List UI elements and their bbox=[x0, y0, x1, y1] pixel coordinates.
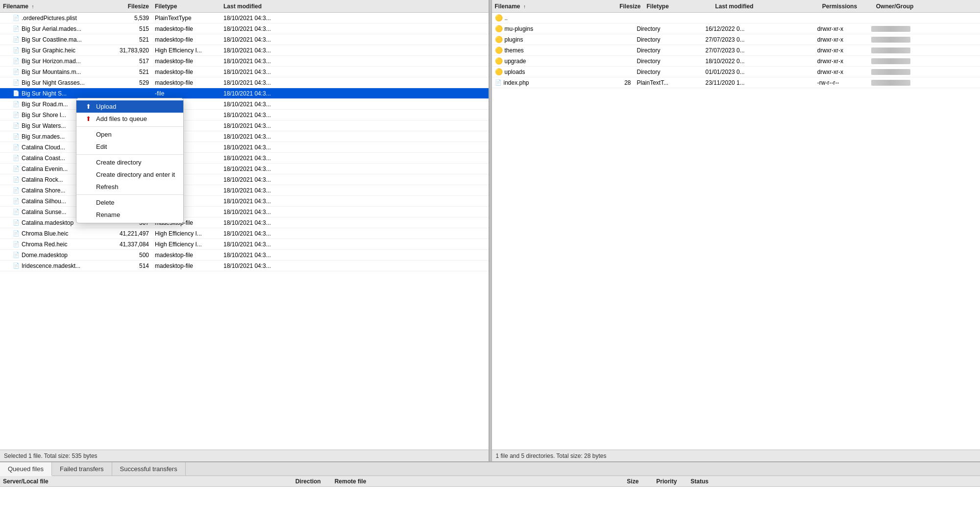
file-owner-cell bbox=[868, 47, 980, 54]
file-type-icon: 📄 bbox=[13, 25, 20, 32]
context-menu-item[interactable]: Rename bbox=[76, 209, 183, 221]
list-item[interactable]: 📄index.php28PlainTextT...23/11/2020 1...… bbox=[492, 77, 980, 88]
file-size-cell: 5,539 bbox=[108, 14, 152, 22]
list-item[interactable]: 📄Chroma Blue.heic41,221,497High Efficien… bbox=[0, 228, 489, 239]
right-col-owner[interactable]: Owner/Group bbox=[873, 2, 980, 11]
file-modified-cell: 18/10/2022 0... bbox=[703, 57, 814, 65]
list-item[interactable]: 📄Catalina Sunse...-p-file18/10/2021 04:3… bbox=[0, 207, 489, 217]
blurred-owner bbox=[871, 58, 910, 64]
transfer-tab[interactable]: Queued files bbox=[0, 462, 52, 476]
list-item[interactable]: 🟡themesDirectory27/07/2023 0...drwxr-xr-… bbox=[492, 45, 980, 56]
file-type-icon: 📄 bbox=[13, 252, 20, 258]
left-pane-header: Filename ↑ Filesize Filetype Last modifi… bbox=[0, 0, 489, 13]
file-type-icon: 📄 bbox=[13, 101, 20, 107]
file-type-icon: 📄 bbox=[13, 230, 20, 237]
file-name-cell: 🟡mu-plugins bbox=[492, 24, 590, 33]
list-item[interactable]: 📄Big Sur.mades...-p-file18/10/2021 04:3.… bbox=[0, 131, 489, 142]
left-col-filename[interactable]: Filename ↑ bbox=[0, 2, 108, 11]
list-item[interactable]: 📄Catalina Rock...-p-file18/10/2021 04:3.… bbox=[0, 174, 489, 185]
list-item[interactable]: 🟡upgradeDirectory18/10/2022 0...drwxr-xr… bbox=[492, 56, 980, 67]
file-modified-cell: 18/10/2021 04:3... bbox=[220, 219, 489, 227]
list-item[interactable]: 📄Big Sur Night Grasses...529madesktop-fi… bbox=[0, 77, 489, 88]
transfer-col-server: Server/Local file bbox=[0, 477, 293, 486]
menu-item-icon: ⬆ bbox=[84, 103, 92, 110]
list-item[interactable]: 📄Catalina Silhou...-p-file18/10/2021 04:… bbox=[0, 196, 489, 207]
file-permissions-cell: drwxr-xr-x bbox=[814, 47, 868, 54]
list-item[interactable]: 📄Big Sur Aerial.mades...515madesktop-fil… bbox=[0, 24, 489, 34]
transfer-area: Queued filesFailed transfersSuccessful t… bbox=[0, 461, 980, 525]
list-item[interactable]: 📄Big Sur Graphic.heic31,783,920High Effi… bbox=[0, 45, 489, 56]
list-item[interactable]: 📄Iridescence.madeskt...514madesktop-file… bbox=[0, 261, 489, 271]
left-pane-body[interactable]: 📄.orderedPictures.plist5,539PlainTextTyp… bbox=[0, 13, 489, 450]
list-item[interactable]: 📄Catalina Shore...-p-file18/10/2021 04:3… bbox=[0, 185, 489, 196]
file-modified-cell: 18/10/2021 04:3... bbox=[220, 122, 489, 130]
transfer-tab[interactable]: Successful transfers bbox=[112, 462, 186, 476]
right-col-permissions[interactable]: Permissions bbox=[819, 2, 873, 11]
context-menu-item[interactable]: Delete bbox=[76, 196, 183, 209]
file-size-cell bbox=[590, 18, 634, 19]
left-col-filetype[interactable]: Filetype bbox=[152, 2, 220, 11]
file-type-icon: 📄 bbox=[13, 47, 20, 53]
menu-item-label: Create directory bbox=[96, 159, 141, 166]
file-modified-cell: 18/10/2021 04:3... bbox=[220, 57, 489, 65]
list-item[interactable]: 📄Big Sur Mountains.m...521madesktop-file… bbox=[0, 67, 489, 77]
context-menu-item[interactable]: Refresh bbox=[76, 181, 183, 193]
context-menu-item[interactable]: Create directory and enter it bbox=[76, 168, 183, 181]
right-col-filename[interactable]: Filename ↑ bbox=[492, 2, 600, 11]
file-modified-cell: 18/10/2021 04:3... bbox=[220, 133, 489, 141]
left-col-lastmod[interactable]: Last modified bbox=[220, 2, 489, 11]
blurred-owner bbox=[871, 69, 910, 75]
list-item[interactable]: 🟡.. bbox=[492, 13, 980, 24]
folder-icon: 🟡 bbox=[495, 57, 503, 65]
list-item[interactable]: 📄Catalina Cloud...-p-file18/10/2021 04:3… bbox=[0, 142, 489, 153]
file-type-icon: 📄 bbox=[13, 176, 20, 183]
list-item[interactable]: 📄Big Sur Coastline.ma...521madesktop-fil… bbox=[0, 34, 489, 45]
file-size-cell: 515 bbox=[108, 25, 152, 33]
right-col-lastmod[interactable]: Last modified bbox=[712, 2, 819, 11]
transfer-columns: Server/Local file Direction Remote file … bbox=[0, 476, 980, 487]
transfer-tabs: Queued filesFailed transfersSuccessful t… bbox=[0, 462, 980, 476]
list-item[interactable]: 📄Catalina Coast...-p-file18/10/2021 04:3… bbox=[0, 153, 489, 164]
file-type-cell: madesktop-file bbox=[152, 262, 220, 270]
context-menu-item[interactable]: Open bbox=[76, 128, 183, 141]
file-modified-cell: 18/10/2021 04:3... bbox=[220, 111, 489, 119]
list-item[interactable]: 📄.orderedPictures.plist5,539PlainTextTyp… bbox=[0, 13, 489, 24]
context-menu-item[interactable]: Edit bbox=[76, 141, 183, 153]
file-permissions-cell: drwxr-xr-x bbox=[814, 36, 868, 44]
file-modified-cell: 18/10/2021 04:3... bbox=[220, 187, 489, 194]
file-size-cell: 28 bbox=[590, 79, 634, 87]
right-col-filesize[interactable]: Filesize bbox=[600, 2, 644, 11]
list-item[interactable]: 📄Big Sur Night S...-file18/10/2021 04:3.… bbox=[0, 88, 489, 99]
context-menu-separator bbox=[76, 154, 183, 155]
transfer-tab[interactable]: Failed transfers bbox=[52, 462, 112, 476]
file-type-icon: 📄 bbox=[13, 209, 20, 215]
list-item[interactable]: 📄Big Sur Road.m...-p-file18/10/2021 04:3… bbox=[0, 99, 489, 110]
list-item[interactable]: 📄Big Sur Horizon.mad...517madesktop-file… bbox=[0, 56, 489, 67]
file-permissions-cell: -rw-r--r-- bbox=[814, 79, 868, 87]
right-pane-body[interactable]: 🟡..🟡mu-pluginsDirectory16/12/2022 0...dr… bbox=[492, 13, 980, 450]
list-item[interactable]: 📄Big Sur Shore l...-p-file18/10/2021 04:… bbox=[0, 110, 489, 120]
list-item[interactable]: 📄Chroma Red.heic41,337,084High Efficienc… bbox=[0, 239, 489, 250]
context-menu-item[interactable]: Create directory bbox=[76, 156, 183, 168]
file-type-cell: madesktop-file bbox=[152, 57, 220, 65]
file-size-cell: 514 bbox=[108, 262, 152, 270]
file-permissions-cell: drwxr-xr-x bbox=[814, 68, 868, 76]
blurred-owner bbox=[871, 48, 910, 53]
context-menu-item[interactable]: ⬆Add files to queue bbox=[76, 113, 183, 125]
list-item[interactable]: 📄Big Sur Waters...-p-file18/10/2021 04:3… bbox=[0, 120, 489, 131]
file-modified-cell: 18/10/2021 04:3... bbox=[220, 208, 489, 216]
main-container: Filename ↑ Filesize Filetype Last modifi… bbox=[0, 0, 980, 525]
transfer-col-direction: Direction bbox=[293, 477, 332, 486]
list-item[interactable]: 🟡uploadsDirectory01/01/2023 0...drwxr-xr… bbox=[492, 67, 980, 77]
left-col-filesize[interactable]: Filesize bbox=[108, 2, 152, 11]
list-item[interactable]: 🟡mu-pluginsDirectory16/12/2022 0...drwxr… bbox=[492, 24, 980, 34]
list-item[interactable]: 📄Catalina Evenin...-p-file18/10/2021 04:… bbox=[0, 164, 489, 174]
context-menu-item[interactable]: ⬆Upload bbox=[76, 100, 183, 113]
file-size-cell: 41,221,497 bbox=[108, 230, 152, 238]
right-col-filetype[interactable]: Filetype bbox=[644, 2, 712, 11]
list-item[interactable]: 🟡pluginsDirectory27/07/2023 0...drwxr-xr… bbox=[492, 34, 980, 45]
list-item[interactable]: 📄Catalina.madesktop507madesktop-file18/1… bbox=[0, 217, 489, 228]
file-size-cell bbox=[590, 50, 634, 51]
list-item[interactable]: 📄Dome.madesktop500madesktop-file18/10/20… bbox=[0, 250, 489, 261]
file-type-icon: 📄 bbox=[13, 79, 20, 86]
